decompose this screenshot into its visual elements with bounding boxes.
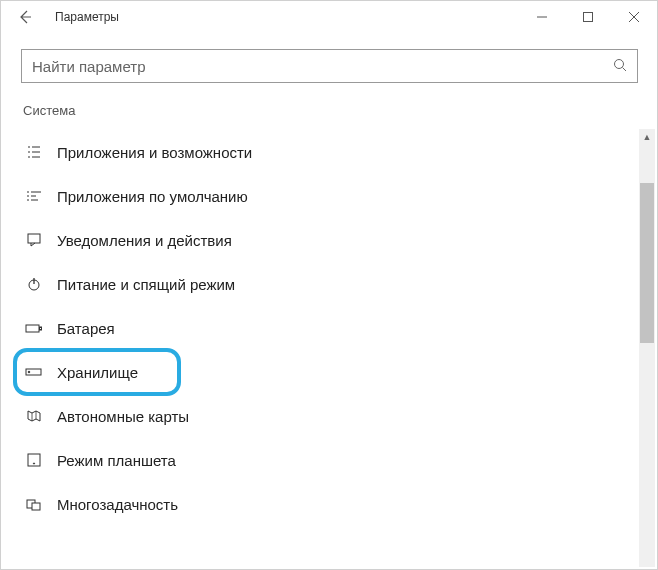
nav-item-label: Приложения по умолчанию <box>57 188 248 205</box>
svg-rect-30 <box>32 503 40 510</box>
nav-item-multitasking[interactable]: Многозадачность <box>21 482 637 526</box>
storage-icon <box>25 363 43 381</box>
minimize-icon <box>537 12 547 22</box>
svg-point-24 <box>28 371 30 373</box>
nav-item-label: Питание и спящий режим <box>57 276 235 293</box>
apps-features-icon <box>25 143 43 161</box>
nav-item-label: Многозадачность <box>57 496 178 513</box>
nav-item-notifications[interactable]: Уведомления и действия <box>21 218 637 262</box>
search-placeholder: Найти параметр <box>32 58 613 75</box>
tablet-icon <box>25 451 43 469</box>
nav-item-apps-features[interactable]: Приложения и возможности <box>21 130 637 174</box>
maximize-icon <box>583 12 593 22</box>
notifications-icon <box>25 231 43 249</box>
scrollbar-up-arrow-icon[interactable]: ▲ <box>639 129 655 145</box>
search-input[interactable]: Найти параметр <box>21 49 638 83</box>
multitasking-icon <box>25 495 43 513</box>
search-icon <box>613 58 627 75</box>
svg-rect-1 <box>584 13 593 22</box>
back-button[interactable] <box>9 1 41 33</box>
nav-item-tablet-mode[interactable]: Режим планшета <box>21 438 637 482</box>
svg-point-28 <box>33 463 34 464</box>
close-button[interactable] <box>611 1 657 33</box>
back-arrow-icon <box>17 9 33 25</box>
svg-rect-22 <box>40 327 42 330</box>
scrollbar[interactable]: ▲ <box>639 129 655 567</box>
battery-icon <box>25 319 43 337</box>
maps-icon <box>25 407 43 425</box>
window-controls <box>519 1 657 33</box>
nav-item-label: Автономные карты <box>57 408 189 425</box>
minimize-button[interactable] <box>519 1 565 33</box>
scrollbar-thumb[interactable] <box>640 183 654 343</box>
nav-item-storage[interactable]: Хранилище <box>21 350 637 394</box>
nav-item-label: Уведомления и действия <box>57 232 232 249</box>
nav-item-label: Приложения и возможности <box>57 144 252 161</box>
svg-line-5 <box>623 67 627 71</box>
window-title: Параметры <box>55 10 119 24</box>
nav-item-label: Батарея <box>57 320 115 337</box>
close-icon <box>629 12 639 22</box>
content-area: Найти параметр Система Приложения и во <box>1 33 657 526</box>
svg-rect-18 <box>28 234 40 243</box>
maximize-button[interactable] <box>565 1 611 33</box>
nav-item-power-sleep[interactable]: Питание и спящий режим <box>21 262 637 306</box>
nav-item-label: Режим планшета <box>57 452 176 469</box>
power-icon <box>25 275 43 293</box>
nav-item-offline-maps[interactable]: Автономные карты <box>21 394 637 438</box>
svg-rect-21 <box>26 325 39 332</box>
svg-point-4 <box>615 59 624 68</box>
nav-item-label: Хранилище <box>57 364 138 381</box>
nav-list: Приложения и возможности Приложения по у… <box>21 130 637 526</box>
titlebar: Параметры <box>1 1 657 33</box>
category-label: Система <box>21 103 637 118</box>
nav-item-default-apps[interactable]: Приложения по умолчанию <box>21 174 637 218</box>
nav-item-battery[interactable]: Батарея <box>21 306 637 350</box>
default-apps-icon <box>25 187 43 205</box>
